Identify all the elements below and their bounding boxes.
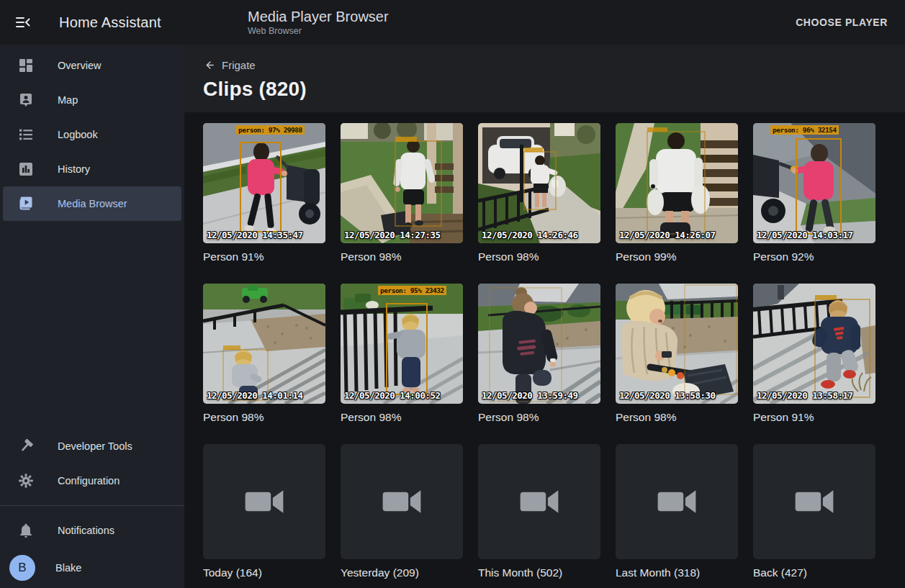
- folder-thumbnail: [616, 444, 738, 559]
- videocam-icon: [381, 484, 423, 519]
- browser-subheading: Web Browser: [248, 25, 389, 37]
- clip-tile[interactable]: 12/05/2020 13:59:49 Person 98%: [478, 284, 600, 424]
- videocam-icon: [243, 484, 285, 519]
- folder-tile-this-month[interactable]: This Month (502): [478, 444, 600, 579]
- breadcrumb-back[interactable]: Frigate: [203, 59, 256, 71]
- clip-scene-image: [341, 123, 463, 243]
- clips-scroll-area[interactable]: person: 97% 29988 12/05/2020 14:35:47 Pe…: [184, 112, 905, 588]
- clip-timestamp: 12/05/2020 14:26:07: [619, 230, 716, 240]
- home-assistant-app: Home Assistant Media Player Browser Web …: [0, 0, 905, 588]
- clip-scene-image: [753, 284, 875, 404]
- clip-caption: Person 92%: [753, 250, 875, 263]
- sidebar-item-history[interactable]: History: [3, 152, 181, 186]
- videocam-icon: [793, 484, 835, 519]
- folder-thumbnail: [753, 444, 875, 559]
- detection-label: person: 96% 32154: [770, 125, 839, 135]
- clip-caption: Person 99%: [616, 250, 738, 263]
- folder-tile-today[interactable]: Today (164): [203, 444, 325, 579]
- folder-thumbnail: [341, 444, 463, 559]
- content-header: Frigate Clips (820): [184, 45, 905, 112]
- sidebar: Overview Map Logbook: [0, 45, 184, 588]
- folder-label: Back (427): [753, 566, 875, 579]
- clip-thumbnail: 12/05/2020 14:26:07: [616, 123, 738, 243]
- clip-tile[interactable]: 12/05/2020 14:26:07 Person 99%: [616, 123, 738, 263]
- breadcrumb-label: Frigate: [222, 59, 256, 71]
- clip-timestamp: 12/05/2020 13:58:17: [757, 390, 853, 401]
- clip-thumbnail: person: 96% 32154 12/05/2020 14:03:17: [753, 123, 875, 243]
- clip-tile[interactable]: 12/05/2020 13:58:30 Person 98%: [616, 284, 738, 424]
- clip-thumbnail: person: 95% 23432 12/05/2020 14:00:52: [341, 284, 463, 404]
- clip-timestamp: 12/05/2020 14:26:46: [482, 230, 578, 240]
- view-dashboard-icon: [17, 57, 35, 74]
- clip-thumbnail: 12/05/2020 13:58:17: [753, 284, 875, 404]
- sidebar-item-map[interactable]: Map: [3, 83, 181, 117]
- sidebar-item-developer-tools[interactable]: Developer Tools: [3, 429, 181, 463]
- folder-thumbnail: [203, 444, 325, 559]
- clip-scene-image: [616, 123, 738, 243]
- clip-thumbnail: 12/05/2020 14:26:46: [478, 123, 600, 243]
- clip-scene-image: [753, 123, 875, 243]
- sidebar-bottom-group: Developer Tools: [0, 429, 184, 588]
- clip-scene-image: [616, 284, 738, 404]
- sidebar-item-label: Notifications: [58, 525, 114, 536]
- clip-caption: Person 98%: [341, 250, 463, 263]
- clip-caption: Person 98%: [478, 250, 600, 263]
- detection-label: person: 97% 29988: [236, 125, 305, 135]
- menu-open-icon: [14, 14, 32, 31]
- videocam-icon: [656, 484, 698, 519]
- folder-tile-back[interactable]: Back (427): [753, 444, 875, 579]
- videocam-icon: [518, 484, 560, 519]
- clip-scene-image: [478, 284, 600, 404]
- chart-box-icon: [17, 160, 35, 178]
- clip-timestamp: 12/05/2020 14:03:17: [757, 230, 853, 240]
- page-title: Clips (820): [203, 78, 905, 101]
- clip-tile[interactable]: person: 96% 32154 12/05/2020 14:03:17 Pe…: [753, 123, 875, 263]
- sidebar-toggle-button[interactable]: [14, 14, 32, 31]
- clip-tile[interactable]: 12/05/2020 14:26:46 Person 98%: [478, 123, 600, 263]
- sidebar-item-logbook[interactable]: Logbook: [3, 117, 181, 152]
- sidebar-item-label: Developer Tools: [58, 440, 132, 452]
- folder-label: Today (164): [203, 566, 325, 579]
- clip-scene-image: [341, 284, 463, 404]
- folder-label: Yesterday (209): [341, 566, 463, 579]
- clips-grid: person: 97% 29988 12/05/2020 14:35:47 Pe…: [203, 123, 905, 579]
- clip-tile[interactable]: 12/05/2020 14:01:14 Person 98%: [203, 284, 325, 424]
- clip-caption: Person 98%: [478, 411, 600, 424]
- app-title: Home Assistant: [59, 14, 161, 31]
- sidebar-item-label: Configuration: [58, 475, 120, 487]
- sidebar-item-media-browser[interactable]: Media Browser: [3, 186, 181, 221]
- bell-icon: [17, 522, 35, 539]
- clip-caption: Person 98%: [341, 411, 463, 424]
- clip-caption: Person 98%: [203, 411, 325, 424]
- clip-thumbnail: person: 97% 29988 12/05/2020 14:35:47: [203, 123, 325, 243]
- clip-scene-image: [203, 284, 325, 404]
- detection-label: person: 95% 23432: [378, 286, 446, 295]
- clip-timestamp: 12/05/2020 14:00:52: [344, 390, 441, 401]
- sidebar-item-label: History: [58, 163, 90, 175]
- sidebar-divider: [0, 505, 184, 506]
- play-box-multiple-icon: [17, 195, 35, 212]
- browser-heading: Media Player Browser: [248, 8, 389, 25]
- clip-timestamp: 12/05/2020 14:27:35: [344, 230, 441, 240]
- hammer-icon: [17, 438, 35, 455]
- browser-heading-block: Media Player Browser Web Browser: [248, 8, 389, 37]
- clip-scene-image: [203, 123, 325, 243]
- sidebar-item-configuration[interactable]: Configuration: [3, 463, 181, 498]
- sidebar-item-notifications[interactable]: Notifications: [3, 513, 181, 548]
- clip-tile[interactable]: person: 97% 29988 12/05/2020 14:35:47 Pe…: [203, 123, 325, 263]
- clip-tile[interactable]: person: 95% 23432 12/05/2020 14:00:52 Pe…: [341, 284, 463, 424]
- folder-tile-last-month[interactable]: Last Month (318): [616, 444, 738, 579]
- sidebar-item-label: Logbook: [58, 129, 98, 140]
- clip-tile[interactable]: 12/05/2020 13:58:17 Person 91%: [753, 284, 875, 424]
- choose-player-button[interactable]: CHOOSE PLAYER: [790, 11, 893, 34]
- clip-tile[interactable]: 12/05/2020 14:27:35 Person 98%: [341, 123, 463, 263]
- arrow-left-icon: [203, 59, 215, 71]
- folder-tile-yesterday[interactable]: Yesterday (209): [341, 444, 463, 579]
- clip-timestamp: 12/05/2020 13:58:30: [619, 390, 716, 401]
- sidebar-item-user[interactable]: B Blake: [0, 548, 184, 588]
- sidebar-item-label: Overview: [58, 60, 101, 71]
- folder-label: Last Month (318): [616, 566, 738, 579]
- app-bar: Home Assistant Media Player Browser Web …: [0, 0, 905, 45]
- clip-timestamp: 12/05/2020 13:59:49: [482, 390, 578, 401]
- sidebar-item-overview[interactable]: Overview: [3, 48, 181, 83]
